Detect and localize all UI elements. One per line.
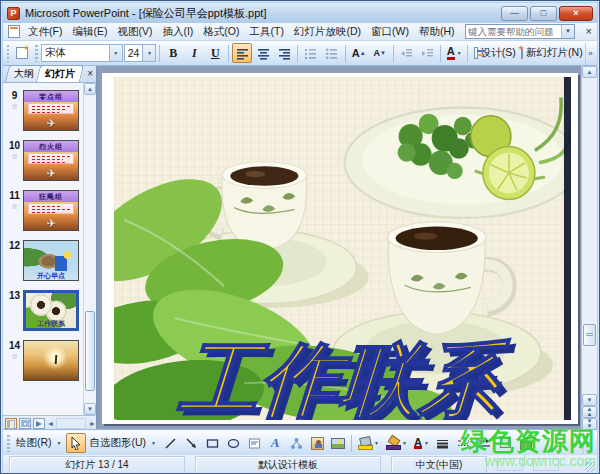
slide-wordart-text[interactable]: 工作联系 <box>175 334 511 420</box>
menu-slideshow[interactable]: 幻灯片放映(D) <box>289 23 366 41</box>
font-size-combo[interactable]: 24 ▼ <box>124 44 157 62</box>
close-button[interactable]: × <box>559 6 593 21</box>
align-left-button[interactable] <box>232 43 252 63</box>
shadow-style-button[interactable] <box>496 433 516 453</box>
arrow-tool-button[interactable] <box>181 433 201 453</box>
toolbar-options-button[interactable]: » <box>585 43 595 64</box>
slideshow-view-button[interactable] <box>33 418 45 429</box>
panel-close-icon[interactable]: × <box>87 68 93 79</box>
toolbar-options-button[interactable]: » <box>583 433 595 454</box>
menu-view[interactable]: 视图(V) <box>112 23 157 41</box>
font-color-dropdown-icon[interactable]: ▼ <box>457 50 462 56</box>
align-center-icon <box>257 47 270 60</box>
font-name-combo[interactable]: 宋体 ▼ <box>41 44 123 62</box>
insert-clipart-button[interactable] <box>307 433 327 453</box>
panel-scrollbar[interactable]: ▲ ▼ <box>83 83 96 415</box>
help-search-input[interactable] <box>466 26 561 37</box>
previous-slide-button[interactable]: ▲▲ <box>582 406 597 418</box>
red-text-line <box>32 112 59 113</box>
font-color-button-2[interactable]: A▼ <box>411 433 432 453</box>
insert-diagram-button[interactable] <box>286 433 306 453</box>
scroll-down-button[interactable]: ▼ <box>582 394 597 406</box>
panel-scroll-track[interactable] <box>84 95 96 403</box>
size-dropdown-icon[interactable]: ▼ <box>142 45 155 61</box>
minimize-button[interactable]: — <box>501 6 528 21</box>
new-slide-icon-button[interactable] <box>12 43 32 63</box>
menu-edit[interactable]: 编辑(E) <box>67 23 112 41</box>
line-tool-button[interactable] <box>160 433 180 453</box>
menubar: 文件(F) 编辑(E) 视图(V) 插入(I) 格式(O) 工具(T) 幻灯片放… <box>3 23 597 41</box>
fill-color-button[interactable]: ▼ <box>355 433 382 453</box>
tab-slides[interactable]: 幻灯片 <box>36 65 84 82</box>
formatting-toolbar: 宋体 ▼ 24 ▼ B I U A▲ A▼ <box>3 41 597 66</box>
font-dropdown-icon[interactable]: ▼ <box>109 45 122 61</box>
slide-sorter-view-button[interactable] <box>19 418 31 429</box>
scroll-left-icon[interactable]: ◄ <box>47 420 54 427</box>
panel-tabs: 大纲 幻灯片 × <box>3 66 96 83</box>
menu-insert[interactable]: 插入(I) <box>157 23 198 41</box>
insert-picture-button[interactable] <box>328 433 348 453</box>
arrow-style-button[interactable] <box>475 433 495 453</box>
toolbar-grip[interactable] <box>35 45 37 62</box>
3d-style-button[interactable] <box>517 433 537 453</box>
design-button[interactable]: 设计(S) <box>471 43 519 63</box>
thumbnail-title: 狂飚组 <box>24 191 78 202</box>
scroll-track[interactable] <box>582 78 597 394</box>
slide-wordart[interactable]: 工作联系 工作联系 <box>175 334 517 420</box>
draw-menu-button[interactable]: 绘图(R) ▼ <box>13 433 65 453</box>
rectangle-tool-button[interactable] <box>202 433 222 453</box>
menu-tools[interactable]: 工具(T) <box>245 23 289 41</box>
text-box-button[interactable] <box>244 433 264 453</box>
slide-canvas[interactable]: 工作联系 工作联系 <box>102 73 578 424</box>
increase-indent-button[interactable] <box>417 43 437 63</box>
panel-scroll-down-button[interactable]: ▼ <box>84 403 96 415</box>
vertical-scrollbar[interactable]: ▲ ▼ ▲▲ ▼▼ <box>581 66 597 430</box>
maximize-button[interactable]: □ <box>530 6 557 21</box>
dropdown-icon: ▼ <box>151 440 156 446</box>
menu-window[interactable]: 窗口(W) <box>366 23 414 41</box>
toolbar-grip[interactable] <box>7 435 10 452</box>
decrease-indent-button[interactable] <box>396 43 416 63</box>
align-center-button[interactable] <box>253 43 273 63</box>
decrease-font-size-button[interactable]: A▼ <box>370 43 390 63</box>
bold-button[interactable]: B <box>163 43 183 63</box>
scroll-right-icon[interactable]: ► <box>89 420 96 427</box>
font-color-button[interactable]: A▼ <box>444 43 464 63</box>
normal-view-button[interactable] <box>5 418 17 429</box>
slide-workspace[interactable]: 工作联系 工作联系 <box>98 66 581 430</box>
line-style-button[interactable] <box>433 433 453 453</box>
increase-font-size-button[interactable]: A▲ <box>349 43 369 63</box>
language-indicator[interactable]: 中文(中国) <box>391 456 487 474</box>
menu-file[interactable]: 文件(F) <box>23 23 67 41</box>
red-text-line <box>32 159 63 160</box>
bullets-button[interactable] <box>322 43 342 63</box>
panel-scroll-up-button[interactable]: ▲ <box>84 83 96 95</box>
autoshapes-menu-button[interactable]: 自选图形(U) ▼ <box>87 433 160 453</box>
toolbar-grip[interactable] <box>7 45 9 62</box>
line-color-button[interactable]: ▼ <box>383 433 410 453</box>
animation-star-icon: ☆ <box>6 351 23 362</box>
resize-grip[interactable] <box>585 462 595 472</box>
menu-help[interactable]: 帮助(H) <box>414 23 460 41</box>
align-right-button[interactable] <box>274 43 294 63</box>
underline-button[interactable]: U <box>205 43 225 63</box>
scroll-thumb[interactable] <box>583 324 596 346</box>
numbering-button[interactable] <box>301 43 321 63</box>
select-objects-button[interactable] <box>66 433 86 453</box>
close-document-button[interactable]: × <box>586 25 592 38</box>
menu-format[interactable]: 格式(O) <box>198 23 244 41</box>
design-template-indicator[interactable]: 默认设计模板 <box>195 456 381 474</box>
dash-style-button[interactable] <box>454 433 474 453</box>
next-slide-button[interactable]: ▼▼ <box>582 418 597 430</box>
document-icon[interactable] <box>8 25 20 38</box>
panel-hscroll-track[interactable] <box>56 418 86 429</box>
help-search-dropdown-icon[interactable]: ▼ <box>561 25 574 38</box>
slide-photo[interactable]: 工作联系 工作联系 <box>114 77 571 420</box>
new-slide-button[interactable]: 新幻灯片(N) <box>520 43 584 63</box>
insert-wordart-button[interactable]: A <box>265 433 285 453</box>
panel-scroll-thumb[interactable] <box>85 311 95 391</box>
scroll-up-button[interactable]: ▲ <box>582 66 597 78</box>
oval-tool-button[interactable] <box>223 433 243 453</box>
thumb-grip <box>586 333 593 337</box>
italic-button[interactable]: I <box>184 43 204 63</box>
